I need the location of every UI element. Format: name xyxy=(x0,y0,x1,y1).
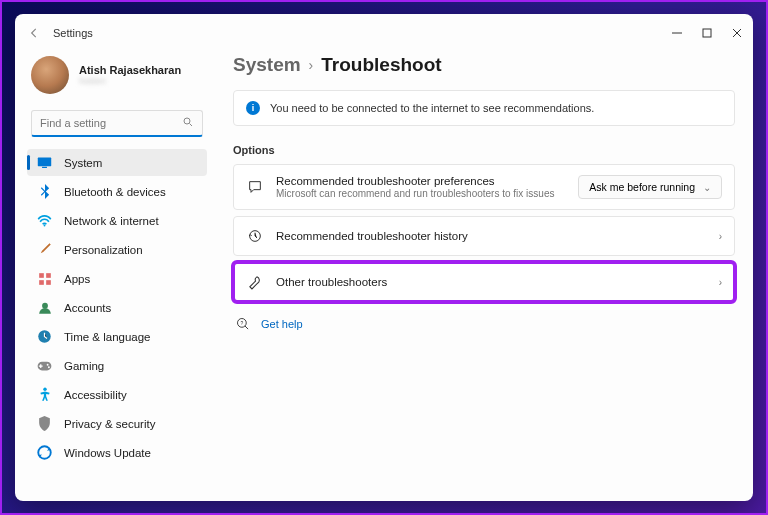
sidebar-item-label: Time & language xyxy=(64,331,151,343)
apps-icon xyxy=(37,271,52,286)
maximize-button[interactable] xyxy=(701,27,713,39)
search-input[interactable] xyxy=(40,117,182,129)
svg-rect-8 xyxy=(46,280,51,285)
help-icon: ? xyxy=(235,316,251,332)
window-title: Settings xyxy=(53,27,93,39)
settings-window: Settings Atish Rajasekharan hidden xyxy=(15,14,753,501)
svg-rect-6 xyxy=(46,273,51,278)
sidebar-item-label: Gaming xyxy=(64,360,104,372)
sidebar-item-apps[interactable]: Apps xyxy=(27,265,207,292)
sidebar-item-accessibility[interactable]: Accessibility xyxy=(27,381,207,408)
svg-text:?: ? xyxy=(240,320,243,326)
gaming-icon xyxy=(37,358,52,373)
privacy-icon xyxy=(37,416,52,431)
history-icon xyxy=(246,227,264,245)
sidebar-item-label: Network & internet xyxy=(64,215,159,227)
sidebar-item-label: Windows Update xyxy=(64,447,151,459)
sidebar-item-accounts[interactable]: Accounts xyxy=(27,294,207,321)
card-title: Other troubleshooters xyxy=(276,276,707,288)
avatar xyxy=(31,56,69,94)
card-other-troubleshooters[interactable]: Other troubleshooters › xyxy=(233,262,735,302)
user-email: hidden xyxy=(79,76,181,86)
breadcrumb-parent[interactable]: System xyxy=(233,54,301,76)
sidebar-item-label: Accounts xyxy=(64,302,111,314)
svg-point-13 xyxy=(48,366,50,368)
close-button[interactable] xyxy=(731,27,743,39)
card-title: Recommended troubleshooter preferences xyxy=(276,175,566,187)
accessibility-icon xyxy=(37,387,52,402)
accounts-icon xyxy=(37,300,52,315)
svg-point-14 xyxy=(43,388,46,391)
sidebar-item-update[interactable]: Windows Update xyxy=(27,439,207,466)
sidebar-item-label: System xyxy=(64,157,102,169)
svg-point-12 xyxy=(47,363,49,365)
main-content: System › Troubleshoot i You need to be c… xyxy=(215,48,753,501)
bluetooth-icon xyxy=(37,184,52,199)
sidebar-item-time[interactable]: Time & language xyxy=(27,323,207,350)
wrench-icon xyxy=(246,273,264,291)
card-title: Recommended troubleshooter history xyxy=(276,230,707,242)
svg-rect-7 xyxy=(39,280,44,285)
card-subtitle: Microsoft can recommend and run troubles… xyxy=(276,188,566,199)
info-icon: i xyxy=(246,101,260,115)
sidebar-item-label: Personalization xyxy=(64,244,143,256)
svg-rect-3 xyxy=(42,167,47,168)
chevron-right-icon: › xyxy=(719,277,722,288)
svg-point-9 xyxy=(42,302,48,308)
get-help-row[interactable]: ? Get help xyxy=(233,312,735,336)
sidebar: Atish Rajasekharan hidden SystemBluetoot… xyxy=(15,48,215,501)
sidebar-item-label: Privacy & security xyxy=(64,418,155,430)
svg-rect-5 xyxy=(39,273,44,278)
user-name: Atish Rajasekharan xyxy=(79,64,181,76)
titlebar: Settings xyxy=(15,14,753,48)
info-banner: i You need to be connected to the intern… xyxy=(233,90,735,126)
section-label: Options xyxy=(233,144,735,156)
chevron-right-icon: › xyxy=(719,231,722,242)
svg-point-15 xyxy=(38,446,51,459)
back-button[interactable] xyxy=(25,24,43,42)
sidebar-item-privacy[interactable]: Privacy & security xyxy=(27,410,207,437)
personalization-icon xyxy=(37,242,52,257)
sidebar-item-label: Accessibility xyxy=(64,389,127,401)
svg-point-1 xyxy=(184,118,190,124)
sidebar-item-bluetooth[interactable]: Bluetooth & devices xyxy=(27,178,207,205)
svg-point-4 xyxy=(44,225,46,227)
sidebar-item-gaming[interactable]: Gaming xyxy=(27,352,207,379)
sidebar-item-personalization[interactable]: Personalization xyxy=(27,236,207,263)
breadcrumb-current: Troubleshoot xyxy=(321,54,441,76)
chat-icon xyxy=(246,178,264,196)
user-profile[interactable]: Atish Rajasekharan hidden xyxy=(27,52,207,102)
search-input-wrap[interactable] xyxy=(31,110,203,137)
card-troubleshooter-history[interactable]: Recommended troubleshooter history › xyxy=(233,216,735,256)
sidebar-item-label: Bluetooth & devices xyxy=(64,186,166,198)
minimize-button[interactable] xyxy=(671,27,683,39)
svg-rect-0 xyxy=(703,29,711,37)
sidebar-item-label: Apps xyxy=(64,273,90,285)
sidebar-item-network[interactable]: Network & internet xyxy=(27,207,207,234)
breadcrumb: System › Troubleshoot xyxy=(233,54,735,76)
nav-list: SystemBluetooth & devicesNetwork & inter… xyxy=(27,149,207,468)
help-link[interactable]: Get help xyxy=(261,318,303,330)
chevron-right-icon: › xyxy=(309,57,314,73)
info-text: You need to be connected to the internet… xyxy=(270,102,594,114)
network-icon xyxy=(37,213,52,228)
system-icon xyxy=(37,155,52,170)
time-icon xyxy=(37,329,52,344)
search-icon xyxy=(182,116,194,130)
svg-rect-2 xyxy=(38,158,51,167)
update-icon xyxy=(37,445,52,460)
chevron-down-icon: ⌄ xyxy=(703,182,711,193)
card-troubleshooter-prefs[interactable]: Recommended troubleshooter preferences M… xyxy=(233,164,735,210)
sidebar-item-system[interactable]: System xyxy=(27,149,207,176)
prefs-dropdown[interactable]: Ask me before running ⌄ xyxy=(578,175,722,199)
